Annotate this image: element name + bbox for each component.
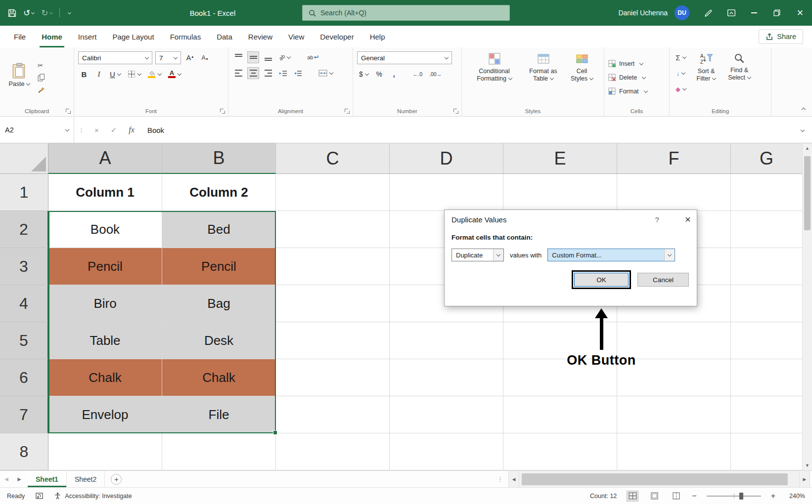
number-dialog-launcher[interactable] bbox=[453, 108, 459, 114]
bold-button[interactable]: B bbox=[78, 68, 90, 80]
select-all-button[interactable] bbox=[0, 143, 48, 174]
merge-center-button[interactable] bbox=[316, 67, 335, 79]
horizontal-scroll-track[interactable] bbox=[519, 471, 799, 487]
autosum-button[interactable]: Σ bbox=[674, 51, 688, 63]
cell-D1[interactable] bbox=[390, 174, 503, 211]
format-painter-button[interactable] bbox=[38, 86, 45, 93]
column-header-F[interactable]: F bbox=[617, 143, 731, 174]
format-select[interactable]: Custom Format... bbox=[547, 249, 675, 261]
cell-B5[interactable]: Desk bbox=[162, 322, 276, 359]
cell-A4[interactable]: Biro bbox=[48, 285, 162, 322]
row-header-1[interactable]: 1 bbox=[0, 174, 48, 211]
top-align-button[interactable] bbox=[232, 51, 244, 63]
align-right-button[interactable] bbox=[262, 67, 274, 79]
cut-button[interactable]: ✂ bbox=[38, 62, 45, 69]
cell-B3[interactable]: Pencil bbox=[162, 248, 276, 285]
percent-style-button[interactable]: % bbox=[373, 68, 385, 80]
formula-bar-expand-button[interactable] bbox=[799, 126, 812, 134]
cell-B6[interactable]: Chalk bbox=[162, 359, 276, 396]
redo-button[interactable]: ↻ bbox=[41, 8, 52, 18]
accounting-format-button[interactable]: $ bbox=[357, 68, 370, 80]
normal-view-button[interactable] bbox=[627, 491, 638, 502]
cell-G3[interactable] bbox=[731, 248, 802, 285]
cell-A8[interactable] bbox=[48, 433, 162, 470]
scroll-down-button[interactable]: ▼ bbox=[805, 461, 810, 470]
cell-G7[interactable] bbox=[731, 396, 802, 433]
cell-G8[interactable] bbox=[731, 433, 802, 470]
align-left-button[interactable] bbox=[232, 67, 244, 79]
borders-button[interactable] bbox=[126, 68, 143, 80]
ribbon-display-options-button[interactable] bbox=[720, 0, 743, 26]
cell-D6[interactable] bbox=[390, 359, 503, 396]
cell-A6[interactable]: Chalk bbox=[48, 359, 162, 396]
underline-button[interactable]: U bbox=[108, 68, 123, 80]
cell-B1[interactable]: Column 2 bbox=[162, 174, 276, 211]
fill-button[interactable]: ↓ bbox=[674, 67, 688, 79]
cell-F7[interactable] bbox=[617, 396, 731, 433]
row-header-4[interactable]: 4 bbox=[0, 285, 48, 322]
sheet-tab-sheet2[interactable]: Sheet2 bbox=[67, 471, 105, 487]
horizontal-scroll-thumb[interactable] bbox=[522, 473, 788, 485]
comma-style-button[interactable]: , bbox=[388, 68, 400, 80]
bottom-align-button[interactable] bbox=[262, 51, 274, 63]
increase-font-size-button[interactable]: A▴ bbox=[184, 52, 196, 64]
sheet-tab-sheet1[interactable]: Sheet1 bbox=[28, 471, 67, 487]
insert-function-button[interactable]: fx bbox=[123, 126, 140, 134]
cell-B4[interactable]: Bag bbox=[162, 285, 276, 322]
cell-D7[interactable] bbox=[390, 396, 503, 433]
tab-help[interactable]: Help bbox=[362, 26, 393, 47]
sort-filter-button[interactable]: AZ Sort & Filter bbox=[690, 50, 722, 104]
cell-D8[interactable] bbox=[390, 433, 503, 470]
cancel-button[interactable]: Cancel bbox=[637, 273, 689, 287]
sheet-nav-left-button[interactable]: ◀ bbox=[0, 471, 13, 487]
increase-indent-button[interactable] bbox=[292, 67, 304, 79]
cell-C2[interactable] bbox=[276, 211, 390, 248]
column-header-B[interactable]: B bbox=[162, 143, 276, 174]
restore-button[interactable] bbox=[766, 0, 788, 26]
cell-G4[interactable] bbox=[731, 285, 802, 322]
cell-A5[interactable]: Table bbox=[48, 322, 162, 359]
vertical-scroll-track[interactable] bbox=[803, 153, 812, 461]
copy-button[interactable] bbox=[38, 74, 45, 82]
column-header-C[interactable]: C bbox=[276, 143, 390, 174]
row-header-7[interactable]: 7 bbox=[0, 396, 48, 433]
orientation-button[interactable]: ab bbox=[277, 51, 292, 63]
alignment-dialog-launcher[interactable] bbox=[344, 108, 350, 114]
column-header-A[interactable]: A bbox=[48, 143, 162, 174]
avatar[interactable]: DU bbox=[675, 5, 689, 20]
enter-entry-button[interactable]: ✓ bbox=[105, 126, 123, 134]
zoom-slider[interactable] bbox=[707, 496, 761, 497]
row-header-3[interactable]: 3 bbox=[0, 248, 48, 285]
cell-A7[interactable]: Envelop bbox=[48, 396, 162, 433]
cell-F8[interactable] bbox=[617, 433, 731, 470]
cell-B8[interactable] bbox=[162, 433, 276, 470]
tab-data[interactable]: Data bbox=[209, 26, 240, 47]
tab-file[interactable]: File bbox=[6, 26, 34, 47]
condition-select[interactable]: Duplicate bbox=[451, 249, 504, 261]
undo-button[interactable]: ↺ bbox=[23, 8, 34, 18]
font-color-button[interactable]: A bbox=[166, 68, 183, 80]
vertical-scroll-thumb[interactable] bbox=[804, 156, 811, 230]
dialog-help-button[interactable]: ? bbox=[655, 215, 659, 224]
cell-C6[interactable] bbox=[276, 359, 390, 396]
page-break-view-button[interactable] bbox=[670, 491, 682, 502]
formula-content[interactable]: Book bbox=[140, 126, 799, 134]
name-box-resize-handle[interactable]: ⋮ bbox=[74, 126, 89, 134]
fill-color-button[interactable] bbox=[146, 68, 163, 80]
zoom-level[interactable]: 240% bbox=[785, 493, 805, 500]
zoom-out-button[interactable]: − bbox=[692, 492, 696, 501]
italic-button[interactable]: I bbox=[93, 68, 105, 80]
search-box[interactable]: Search (Alt+Q) bbox=[302, 5, 510, 21]
cell-G2[interactable] bbox=[731, 211, 802, 248]
paste-button[interactable]: Paste bbox=[4, 50, 35, 100]
cell-C7[interactable] bbox=[276, 396, 390, 433]
dialog-header[interactable]: Duplicate Values ? × bbox=[445, 210, 697, 224]
close-button[interactable]: × bbox=[788, 0, 812, 26]
wrap-text-button[interactable]: ab bbox=[305, 51, 320, 63]
font-dialog-launcher[interactable] bbox=[220, 108, 226, 114]
row-header-6[interactable]: 6 bbox=[0, 359, 48, 396]
row-header-2[interactable]: 2 bbox=[0, 211, 48, 248]
cancel-entry-button[interactable]: × bbox=[89, 126, 105, 134]
row-header-8[interactable]: 8 bbox=[0, 433, 48, 470]
row-header-5[interactable]: 5 bbox=[0, 322, 48, 359]
